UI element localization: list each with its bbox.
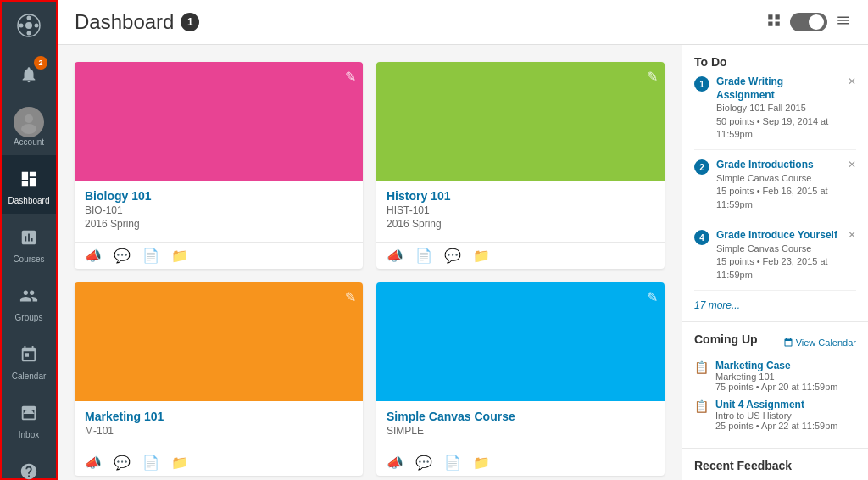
course-card-body-biology: Biology 101 BIO-101 2016 Spring — [75, 181, 363, 242]
course-card-body-marketing: Marketing 101 M-101 — [75, 401, 363, 449]
todo-item-1: 1 Grade Writing Assignment Biology 101 F… — [694, 75, 856, 150]
course-card-image-simple[interactable]: ✎ — [376, 282, 665, 401]
course-card-marketing: ✎ Marketing 101 M-101 📣 💬 📄 📁 — [75, 282, 363, 476]
coming-title-2[interactable]: Unit 4 Assignment — [715, 399, 838, 410]
sidebar-item-help[interactable]: Help — [2, 448, 56, 480]
files-icon[interactable]: 📁 — [171, 248, 188, 264]
files-icon[interactable]: 📁 — [473, 455, 490, 471]
edit-course-icon[interactable]: ✎ — [345, 289, 356, 305]
sidebar-item-groups[interactable]: Groups — [2, 272, 56, 331]
course-actions-history: 📣 📄 💬 📁 — [376, 242, 665, 269]
course-card-history: ✎ History 101 HIST-101 2016 Spring 📣 📄 💬… — [376, 62, 665, 269]
sidebar-item-label: Courses — [13, 254, 44, 264]
announcements-icon[interactable]: 📣 — [85, 455, 102, 471]
sidebar-item-logo[interactable] — [2, 2, 56, 51]
coming-item-2: 📋 Unit 4 Assignment Intro to US History … — [694, 399, 856, 431]
todo-more-link[interactable]: 17 more... — [694, 299, 856, 311]
todo-close-3[interactable]: ✕ — [848, 229, 856, 241]
todo-item-3: 4 Grade Introduce Yourself Simple Canvas… — [694, 229, 856, 291]
avatar — [14, 107, 44, 137]
svg-point-7 — [21, 124, 36, 134]
todo-detail-2b: 15 points • Feb 16, 2015 at 11:59pm — [716, 185, 841, 211]
list-view-icon[interactable] — [836, 13, 851, 31]
todo-number-1: 1 — [694, 76, 709, 92]
sidebar-item-dashboard[interactable]: Dashboard — [2, 155, 56, 214]
coming-detail-1a: Marketing 101 — [715, 371, 838, 382]
main-content: Dashboard 1 — [58, 0, 868, 480]
sidebar-item-account[interactable]: Account — [2, 98, 56, 155]
files-icon[interactable]: 📁 — [171, 455, 188, 471]
course-card-body-history: History 101 HIST-101 2016 Spring — [376, 181, 665, 242]
todo-title-3[interactable]: Grade Introduce Yourself — [716, 229, 841, 243]
todo-item-2: 2 Grade Introductions Simple Canvas Cour… — [694, 159, 856, 220]
course-actions-marketing: 📣 💬 📄 📁 — [75, 449, 363, 476]
sidebar-item-label: Dashboard — [8, 196, 50, 205]
coming-title-1[interactable]: Marketing Case — [715, 360, 838, 371]
header-badge: 1 — [181, 13, 199, 31]
course-card-body-simple: Simple Canvas Course SIMPLE — [376, 401, 665, 449]
toggle-knob — [809, 14, 824, 30]
assignments-icon[interactable]: 📄 — [142, 455, 159, 471]
course-card-image-marketing[interactable]: ✎ — [75, 282, 363, 401]
assignments-icon[interactable]: 📄 — [142, 248, 159, 264]
discussions-icon[interactable]: 💬 — [444, 248, 461, 264]
sidebar-item-calendar[interactable]: Calendar — [2, 331, 56, 389]
view-calendar-link[interactable]: View Calendar — [783, 338, 856, 348]
announcements-icon[interactable]: 📣 — [85, 248, 102, 264]
discussions-icon[interactable]: 💬 — [114, 248, 131, 264]
course-term: 2016 Spring — [387, 218, 654, 230]
course-card-image-biology[interactable]: ✎ — [75, 62, 363, 181]
groups-icon — [14, 281, 44, 311]
todo-content-3: Grade Introduce Yourself Simple Canvas C… — [716, 229, 841, 282]
recent-feedback-title: Recent Feedback — [694, 459, 856, 472]
sidebar-item-notifications[interactable]: 2 — [2, 51, 56, 98]
todo-close-2[interactable]: ✕ — [848, 159, 856, 170]
discussions-icon[interactable]: 💬 — [114, 455, 131, 471]
todo-content-1: Grade Writing Assignment Biology 101 Fal… — [716, 75, 841, 141]
todo-title: To Do — [694, 55, 856, 69]
help-icon — [14, 456, 44, 480]
todo-title-1[interactable]: Grade Writing Assignment — [716, 75, 841, 102]
grid-view-icon[interactable] — [766, 13, 782, 31]
coming-detail-2b: 25 points • Apr 22 at 11:59pm — [715, 421, 838, 431]
edit-course-icon[interactable]: ✎ — [647, 69, 658, 85]
recent-feedback-section: Recent Feedback Nothing for now — [682, 449, 868, 480]
sidebar-item-courses[interactable]: Courses — [2, 214, 56, 272]
course-name[interactable]: Marketing 101 — [85, 410, 353, 423]
course-card-biology: ✎ Biology 101 BIO-101 2016 Spring 📣 💬 📄 … — [75, 62, 363, 269]
discussions-icon[interactable]: 💬 — [415, 455, 432, 471]
edit-course-icon[interactable]: ✎ — [345, 69, 356, 85]
files-icon[interactable]: 📁 — [473, 248, 490, 264]
course-name[interactable]: Biology 101 — [85, 189, 353, 203]
coming-detail-1b: 75 points • Apr 20 at 11:59pm — [715, 382, 838, 392]
courses-icon — [14, 222, 44, 253]
course-area: ✎ Biology 101 BIO-101 2016 Spring 📣 💬 📄 … — [58, 45, 682, 480]
view-toggle[interactable] — [790, 13, 827, 31]
edit-course-icon[interactable]: ✎ — [647, 289, 658, 305]
todo-close-1[interactable]: ✕ — [848, 75, 856, 87]
assignments-icon[interactable]: 📄 — [444, 455, 461, 471]
account-avatar-wrap — [14, 107, 44, 137]
course-name[interactable]: History 101 — [387, 189, 654, 203]
svg-point-6 — [25, 114, 33, 123]
announcements-icon[interactable]: 📣 — [387, 455, 403, 471]
logo-icon — [14, 10, 44, 41]
todo-detail-2a: Simple Canvas Course — [716, 172, 841, 185]
course-code: BIO-101 — [85, 204, 353, 216]
assignment-icon: 📋 — [694, 360, 709, 374]
course-card-image-history[interactable]: ✎ — [376, 62, 665, 181]
svg-point-5 — [35, 24, 39, 28]
assignments-icon[interactable]: 📄 — [415, 248, 432, 264]
course-code: M-101 — [85, 425, 353, 437]
todo-number-3: 4 — [694, 230, 709, 245]
header: Dashboard 1 — [58, 0, 868, 45]
notification-badge-wrap: 2 — [14, 59, 44, 90]
coming-content-1: Marketing Case Marketing 101 75 points •… — [715, 360, 838, 392]
svg-point-4 — [19, 24, 24, 28]
course-term: 2016 Spring — [85, 218, 353, 230]
coming-item-1: 📋 Marketing Case Marketing 101 75 points… — [694, 360, 856, 392]
course-name[interactable]: Simple Canvas Course — [387, 410, 654, 423]
announcements-icon[interactable]: 📣 — [387, 248, 403, 264]
sidebar-item-inbox[interactable]: Inbox — [2, 389, 56, 448]
todo-title-2[interactable]: Grade Introductions — [716, 159, 841, 172]
